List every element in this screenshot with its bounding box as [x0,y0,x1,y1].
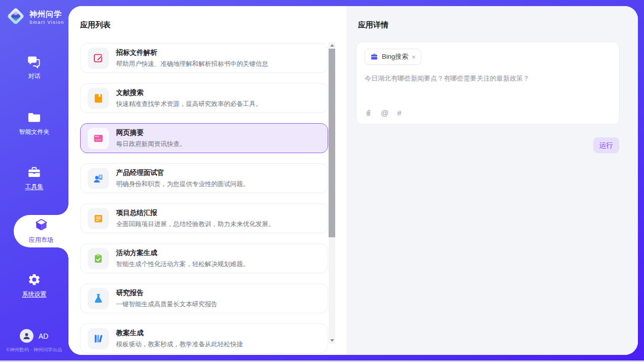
sidebar-item-label: 系统设置 [0,290,68,299]
sidebar-item-settings[interactable]: 系统设置 [0,273,68,299]
research-report-icon [88,288,109,309]
app-detail-panel: 应用详情 Bing搜索 × 今日湖北有哪些新闻要点？有哪些需要关注的最新政策？ [346,6,638,355]
sidebar-footer: ©神州数码 · 神州问学出品 [0,347,68,353]
app-card-title: 网页摘要 [116,128,186,137]
sidebar-item-label: 对话 [0,72,68,81]
scroll-up-button[interactable] [329,42,335,49]
triangle-up-icon [330,44,334,47]
app-card-description: 一键智能生成高质量长文本研究报告 [116,300,218,309]
interviewer-icon [88,168,109,189]
app-card[interactable]: 文献搜索 快速精准查找学术资源，提高研究效率的必备工具。 [80,83,328,113]
diamond-logo-icon [6,7,25,28]
app-list-scrollbar[interactable] [329,42,335,344]
app-card-title: 文献搜索 [116,88,262,97]
gear-icon [0,273,68,287]
app-card[interactable]: 产品经理面试官 明确身份和职责，为您提供专业性的面试问题。 [80,163,328,193]
app-card-title: 研究报告 [116,288,218,298]
sidebar-item-smart-folder[interactable]: 智能文件夹 [0,111,68,136]
app-card-title: 产品经理面试官 [116,168,249,177]
briefcase-icon [370,53,378,61]
app-card[interactable]: 项目总结汇报 全面回顾项目进展，总结经验教训，助力未来优化发展。 [80,203,328,233]
mention-icon[interactable]: @ [381,108,388,117]
app-title: 神州问学 [29,10,62,18]
tag-label: Bing搜索 [382,52,408,61]
query-input[interactable]: 今日湖北有哪些新闻要点？有哪些需要关注的最新政策？ [365,74,611,83]
app-card[interactable]: </> 网页摘要 每日政府新闻资讯快查。 [80,123,328,153]
app-card-description: 全面回顾项目进展，总结经验教训，助力未来优化发展。 [116,220,275,229]
app-frame: 神州问学 Smart Vision 对话 智能文件夹 [0,0,644,360]
literature-book-icon [88,88,109,109]
app-card-description: 明确身份和职责，为您提供专业性的面试问题。 [116,180,249,189]
app-card-description: 模板驱动，教案秒成，教学准备从此轻松快捷 [116,340,243,349]
app-detail-title: 应用详情 [346,6,638,30]
attachment-icon[interactable] [365,108,372,117]
chat-icon [0,55,68,69]
user-avatar-icon [20,329,33,343]
sidebar-item-label: 应用市场 [29,236,53,244]
sidebar: 神州问学 Smart Vision 对话 智能文件夹 [0,0,68,360]
svg-text:</>: </> [95,138,101,141]
user-name: AD [39,332,48,340]
hashtag-icon[interactable]: # [397,108,401,117]
prompt-card: Bing搜索 × 今日湖北有哪些新闻要点？有哪些需要关注的最新政策？ @ # [356,42,620,125]
app-card-description: 帮助用户快速、准确地理解和解析招标书中的关键信息 [116,60,268,68]
app-card[interactable]: 招标文件解析 帮助用户快速、准确地理解和解析招标书中的关键信息 [80,43,328,73]
toolbox-icon [0,165,68,179]
webpage-code-icon: </> [88,128,109,149]
app-card-description: 快速精准查找学术资源，提高研究效率的必备工具。 [116,100,262,108]
project-summary-icon [88,208,109,229]
app-logo: 神州问学 Smart Vision [6,7,64,28]
main-content: 应用列表 招标文件解析 帮助用户快速、准确地理解和解析招标书中的关键信息 文献搜… [68,6,638,355]
app-card-title: 招标文件解析 [116,48,268,57]
app-card-description: 智能生成个性化活动方案，轻松解决规划难题。 [116,260,249,269]
app-list-title: 应用列表 [68,6,346,30]
close-icon[interactable]: × [412,54,416,60]
app-card[interactable]: 活动方案生成 智能生成个性化活动方案，轻松解决规划难题。 [80,243,328,273]
app-card-title: 活动方案生成 [116,248,249,258]
sidebar-item-chat[interactable]: 对话 [0,55,68,81]
input-toolbar: @ # [365,108,402,117]
app-card-list: 招标文件解析 帮助用户快速、准确地理解和解析招标书中的关键信息 文献搜索 快速精… [80,43,328,355]
bid-document-icon [88,48,109,69]
app-list-panel: 应用列表 招标文件解析 帮助用户快速、准确地理解和解析招标书中的关键信息 文献搜… [68,6,346,355]
triangle-down-icon [330,339,334,342]
cube-icon [34,218,48,234]
scroll-down-button[interactable] [329,337,335,344]
app-card-title: 项目总结汇报 [116,208,275,218]
folder-icon [0,111,68,125]
app-subtitle: Smart Vision [29,20,64,25]
app-card[interactable]: 教案生成 模板驱动，教案秒成，教学准备从此轻松快捷 [80,323,328,353]
scrollbar-thumb[interactable] [329,49,335,237]
app-card-description: 每日政府新闻资讯快查。 [116,140,186,149]
tool-tag-bing-search[interactable]: Bing搜索 × [365,49,421,65]
sidebar-item-label: 智能文件夹 [0,128,68,136]
user-profile[interactable]: AD [20,329,48,343]
sidebar-item-toolset[interactable]: 工具集 [0,165,68,191]
run-button[interactable]: 运行 [593,137,619,153]
sidebar-item-label: 工具集 [0,183,68,191]
app-card-title: 教案生成 [116,329,243,338]
activity-plan-icon [88,248,109,269]
app-card[interactable]: 研究报告 一键智能生成高质量长文本研究报告 [80,283,328,313]
lesson-plan-icon [88,328,109,349]
sidebar-item-app-market[interactable]: 应用市场 [14,215,68,247]
